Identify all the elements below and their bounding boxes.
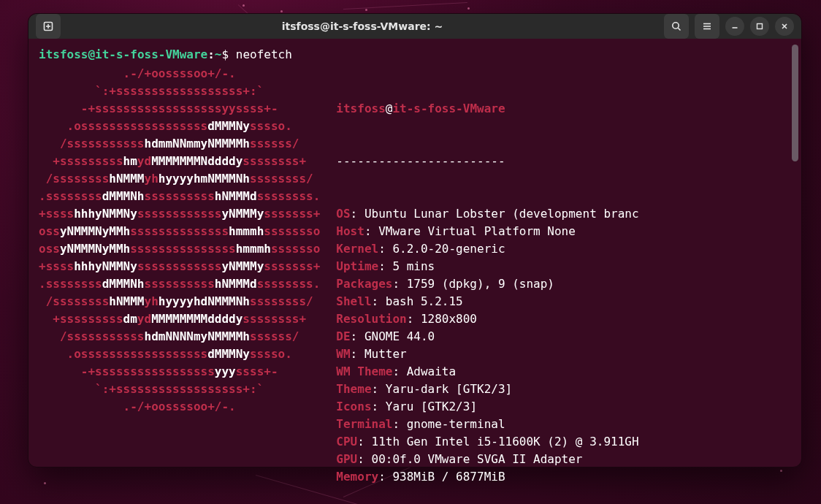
info-label: Theme <box>336 382 371 396</box>
info-label: Uptime <box>336 259 378 273</box>
info-header: itsfoss@it-s-foss-VMware <box>336 100 638 118</box>
search-button[interactable] <box>664 14 689 39</box>
info-value: : 5 mins <box>378 259 435 273</box>
svg-point-3 <box>673 23 679 28</box>
info-label: WM Theme <box>336 364 392 378</box>
info-label: Memory <box>336 470 378 484</box>
neofetch-ascii-logo: .-/+oossssoo+/-. `:+ssssssssssssssssss+:… <box>39 65 320 504</box>
info-value: : GNOME 44.0 <box>351 329 435 343</box>
info-row: CPU: 11th Gen Intel i5-11600K (2) @ 3.91… <box>336 433 638 451</box>
info-label: OS <box>336 207 350 221</box>
info-value: : Adwaita <box>392 364 456 378</box>
info-row: Terminal: gnome-terminal <box>336 416 638 433</box>
info-value: : VMware Virtual Platform None <box>364 224 576 238</box>
info-value: : 1759 (dpkg), 9 (snap) <box>392 277 554 291</box>
info-value: : Mutter <box>351 347 407 361</box>
info-value: : 6.2.0-20-generic <box>378 242 505 256</box>
info-label: Resolution <box>336 312 406 326</box>
info-row: OS: Ubuntu Lunar Lobster (development br… <box>336 205 638 223</box>
info-value: : Yaru-dark [GTK2/3] <box>372 382 513 396</box>
info-row: Host: VMware Virtual Platform None <box>336 223 638 240</box>
info-label: Kernel <box>336 242 378 256</box>
info-label: Terminal <box>336 417 392 431</box>
info-value: : Ubuntu Lunar Lobster (development bran… <box>351 207 639 221</box>
info-value: : 938MiB / 6877MiB <box>378 470 505 484</box>
window-title: itsfoss@it-s-foss-VMware: ~ <box>61 20 664 32</box>
maximize-button[interactable] <box>750 17 769 36</box>
prompt-line: itsfoss@it-s-foss-VMware:~$ neofetch <box>39 46 791 64</box>
info-label: DE <box>336 329 350 343</box>
info-row: WM: Mutter <box>336 345 638 363</box>
info-label: Icons <box>336 400 371 413</box>
info-label: Packages <box>336 277 392 291</box>
info-row: Shell: bash 5.2.15 <box>336 293 638 310</box>
info-value: : Yaru [GTK2/3] <box>372 400 478 413</box>
svg-rect-9 <box>757 24 763 29</box>
terminal-window: itsfoss@it-s-foss-VMware: ~ itsfoss@it-s… <box>28 13 802 467</box>
neofetch-info: itsfoss@it-s-foss-VMware ---------------… <box>336 65 638 504</box>
menu-button[interactable] <box>695 14 719 39</box>
info-label: WM <box>336 347 350 361</box>
info-row: DE: GNOME 44.0 <box>336 328 638 345</box>
info-row: Theme: Yaru-dark [GTK2/3] <box>336 381 638 398</box>
info-value: : bash 5.2.15 <box>372 294 463 308</box>
info-value: : 11th Gen Intel i5-11600K (2) @ 3.911GH <box>357 435 638 448</box>
svg-line-4 <box>678 28 680 30</box>
close-button[interactable] <box>775 17 794 36</box>
info-row: Packages: 1759 (dpkg), 9 (snap) <box>336 275 638 293</box>
new-tab-button[interactable] <box>36 14 61 39</box>
info-value: : 1280x800 <box>407 312 477 326</box>
minimize-button[interactable] <box>725 17 744 36</box>
info-label: Host <box>336 224 364 238</box>
info-label: CPU <box>336 435 357 448</box>
info-divider: ------------------------ <box>336 153 638 170</box>
info-row: GPU: 00:0f.0 VMware SVGA II Adapter <box>336 451 638 468</box>
info-label: GPU <box>336 452 357 466</box>
info-row: Memory: 938MiB / 6877MiB <box>336 468 638 486</box>
scrollbar[interactable] <box>792 45 798 161</box>
info-row: Uptime: 5 mins <box>336 258 638 275</box>
info-value: : 00:0f.0 VMware SVGA II Adapter <box>357 452 582 466</box>
info-label: Shell <box>336 294 371 308</box>
prompt-user: itsfoss <box>39 47 88 61</box>
terminal-body[interactable]: itsfoss@it-s-foss-VMware:~$ neofetch .-/… <box>28 39 801 504</box>
titlebar: itsfoss@it-s-foss-VMware: ~ <box>28 14 801 39</box>
command-entered: neofetch <box>236 47 292 61</box>
info-row: WM Theme: Adwaita <box>336 363 638 381</box>
prompt-host: it-s-foss-VMware <box>95 47 207 61</box>
info-row: Resolution: 1280x800 <box>336 310 638 328</box>
info-row: Icons: Yaru [GTK2/3] <box>336 398 638 416</box>
info-row: Kernel: 6.2.0-20-generic <box>336 240 638 258</box>
info-value: : gnome-terminal <box>392 417 505 431</box>
